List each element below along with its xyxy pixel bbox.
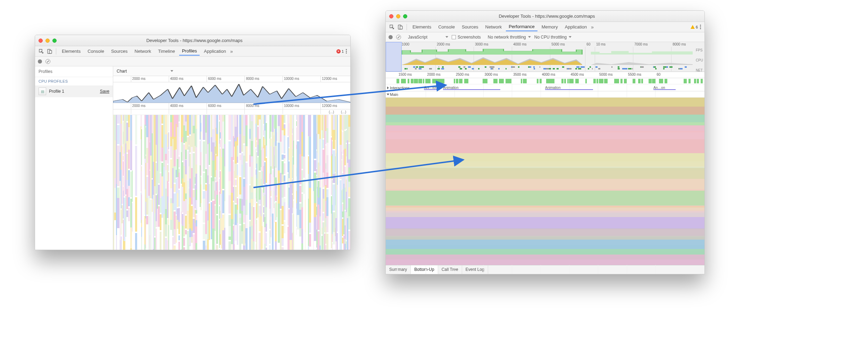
tab-application[interactable]: Application bbox=[201, 47, 229, 55]
device-toggle-icon[interactable] bbox=[46, 48, 53, 55]
inspect-icon[interactable] bbox=[38, 48, 45, 55]
net-lane bbox=[402, 66, 693, 70]
timeline-overview[interactable]: 1000 2000 ms 3000 ms 4000 ms 5000 ms 60 … bbox=[386, 42, 704, 72]
window-controls[interactable] bbox=[389, 14, 407, 18]
warning-icon bbox=[691, 25, 695, 29]
tab-memory[interactable]: Memory bbox=[539, 23, 561, 31]
cpu-throttle-dropdown[interactable]: No CPU throttling bbox=[534, 35, 571, 40]
devtools-tabbar: Elements Console Sources Network Timelin… bbox=[35, 46, 350, 57]
tab-elements[interactable]: Elements bbox=[410, 23, 434, 31]
overview-ruler: 1000 2000 ms 3000 ms 4000 ms 5000 ms 60 … bbox=[386, 42, 704, 48]
svg-rect-3 bbox=[400, 26, 402, 29]
network-throttle-dropdown[interactable]: No network throttling bbox=[488, 35, 531, 40]
clear-button[interactable] bbox=[45, 59, 50, 64]
detail-ruler[interactable]: 1500 ms 2000 ms 2500 ms 3000 ms 3500 ms … bbox=[386, 72, 704, 78]
tab-sources[interactable]: Sources bbox=[459, 23, 481, 31]
tab-sources[interactable]: Sources bbox=[108, 47, 131, 55]
overview-ruler[interactable]: 2000 ms 4000 ms 6000 ms 8000 ms 10000 ms… bbox=[113, 76, 350, 82]
tab-console[interactable]: Console bbox=[435, 23, 458, 31]
tab-network[interactable]: Network bbox=[132, 47, 154, 55]
animation-span[interactable]: Ani…ion bbox=[424, 86, 440, 90]
chart-pane: Chart 2000 ms 4000 ms 6000 ms 8000 ms 10… bbox=[113, 66, 350, 250]
screenshots-checkbox[interactable]: Screenshots bbox=[452, 35, 481, 40]
main-row-header[interactable]: Main bbox=[386, 91, 704, 98]
profile-thumb-icon: ▤ bbox=[39, 88, 46, 95]
cpu-overview-chart[interactable] bbox=[113, 82, 350, 103]
device-toggle-icon[interactable] bbox=[397, 24, 404, 31]
record-button[interactable] bbox=[38, 59, 42, 64]
error-count-badge[interactable]: ✕ 1 bbox=[336, 49, 344, 53]
btab-eventlog[interactable]: Event Log bbox=[462, 265, 488, 274]
btab-calltree[interactable]: Call Tree bbox=[438, 265, 462, 274]
detail-ruler[interactable]: 2000 ms 4000 ms 6000 ms 8000 ms 10000 ms… bbox=[113, 103, 350, 109]
profile-list-item[interactable]: ▤ Profile 1 Save bbox=[35, 85, 113, 97]
animation-span[interactable]: Animation bbox=[443, 86, 500, 90]
devtools-tabbar: Elements Console Sources Network Perform… bbox=[386, 22, 704, 32]
svg-rect-1 bbox=[49, 50, 52, 53]
view-selector[interactable]: Chart bbox=[113, 66, 350, 76]
profiles-sidebar: Profiles CPU PROFILES ▤ Profile 1 Save bbox=[35, 66, 113, 250]
inspect-icon[interactable] bbox=[389, 24, 395, 31]
tab-application[interactable]: Application bbox=[562, 23, 590, 31]
record-button[interactable] bbox=[389, 35, 393, 39]
fps-lane bbox=[402, 48, 693, 55]
zoom-window-icon[interactable] bbox=[403, 14, 407, 18]
cpu-lane bbox=[402, 56, 693, 65]
more-menu-icon[interactable] bbox=[699, 24, 702, 30]
window-title: Developer Tools - https://www.google.com… bbox=[410, 14, 701, 19]
sidebar-section-cpu: CPU PROFILES bbox=[35, 77, 113, 85]
view-selector-label: Chart bbox=[117, 69, 127, 74]
tab-elements[interactable]: Elements bbox=[59, 47, 83, 55]
main-flame-chart[interactable] bbox=[386, 98, 704, 265]
flame-chart[interactable] bbox=[113, 115, 350, 250]
chevron-down-icon bbox=[445, 36, 448, 38]
gpu-row[interactable] bbox=[386, 78, 704, 84]
btab-summary[interactable]: Summary bbox=[386, 265, 411, 274]
warning-count-badge[interactable]: 6 bbox=[691, 25, 698, 29]
zoom-window-icon[interactable] bbox=[52, 39, 57, 43]
clear-button[interactable] bbox=[396, 35, 401, 40]
profiles-subbar bbox=[35, 57, 350, 66]
window-title: Developer Tools - https://www.google.com… bbox=[59, 38, 347, 43]
titlebar[interactable]: Developer Tools - https://www.google.com… bbox=[35, 35, 350, 46]
bottom-tabbar: Summary Bottom-Up Call Tree Event Log bbox=[386, 265, 704, 274]
lane-labels: FPS CPU NET bbox=[696, 48, 703, 72]
more-menu-icon[interactable] bbox=[345, 48, 348, 54]
animation-span[interactable]: An…on bbox=[653, 86, 676, 90]
close-window-icon[interactable] bbox=[39, 39, 43, 43]
minimize-window-icon[interactable] bbox=[396, 14, 400, 18]
animation-span[interactable]: Animation bbox=[545, 86, 593, 90]
sidebar-title: Profiles bbox=[35, 66, 113, 77]
devtools-window-profiles: Developer Tools - https://www.google.com… bbox=[35, 35, 351, 250]
chevron-down-icon bbox=[170, 70, 173, 72]
tab-performance[interactable]: Performance bbox=[506, 23, 537, 31]
devtools-window-performance: Developer Tools - https://www.google.com… bbox=[385, 10, 705, 274]
disclose-icon[interactable] bbox=[387, 93, 390, 95]
flame-top-row: (...) (...) bbox=[113, 109, 350, 115]
chevron-down-icon bbox=[569, 36, 571, 38]
minimize-window-icon[interactable] bbox=[45, 39, 50, 43]
btab-bottomup[interactable]: Bottom-Up bbox=[411, 265, 438, 274]
chevron-down-icon bbox=[528, 36, 531, 38]
window-controls[interactable] bbox=[39, 39, 57, 43]
performance-subbar: JavaScript Screenshots No network thrott… bbox=[386, 32, 704, 42]
tabs-overflow-icon[interactable]: » bbox=[591, 24, 594, 30]
error-icon: ✕ bbox=[336, 49, 341, 53]
capture-dropdown[interactable]: JavaScript bbox=[408, 35, 448, 40]
save-link[interactable]: Save bbox=[100, 89, 109, 94]
tab-timeline[interactable]: Timeline bbox=[155, 47, 178, 55]
tab-console[interactable]: Console bbox=[85, 47, 107, 55]
checkbox-icon bbox=[452, 35, 456, 39]
titlebar[interactable]: Developer Tools - https://www.google.com… bbox=[386, 11, 704, 22]
disclose-icon[interactable] bbox=[387, 86, 389, 89]
interactions-row[interactable]: Interactions Ani…ion Animation Animation… bbox=[386, 84, 704, 91]
profile-name: Profile 1 bbox=[49, 89, 97, 94]
tabs-overflow-icon[interactable]: » bbox=[230, 49, 233, 54]
tab-profiles[interactable]: Profiles bbox=[179, 47, 200, 56]
close-window-icon[interactable] bbox=[389, 14, 393, 18]
tab-network[interactable]: Network bbox=[483, 23, 505, 31]
